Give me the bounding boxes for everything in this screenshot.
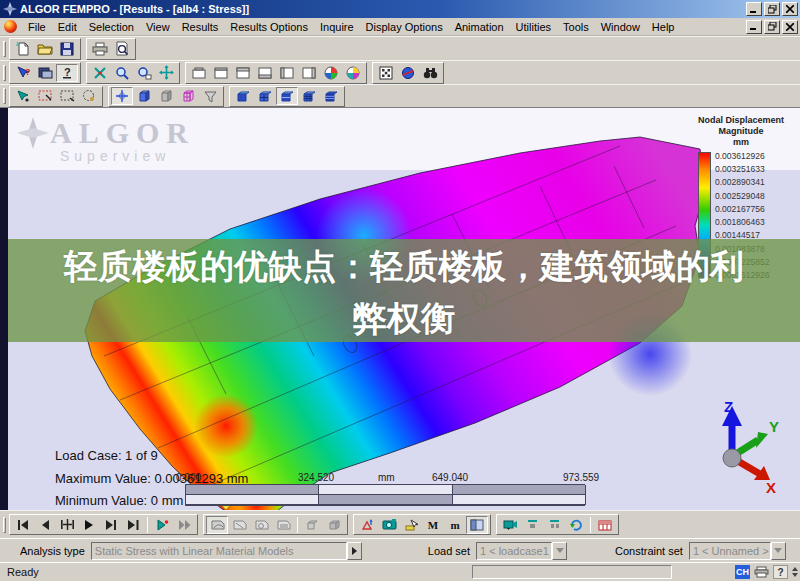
menu-utilities[interactable]: Utilities <box>510 19 557 35</box>
play-icon[interactable] <box>78 516 100 534</box>
select-rect-red-icon[interactable] <box>34 87 56 105</box>
toolbar-grip[interactable] <box>3 41 6 57</box>
constraint-set-label: Constraint set <box>615 545 683 557</box>
capture-tile-2-icon[interactable] <box>543 516 565 534</box>
close-button[interactable] <box>782 2 798 16</box>
report-table-icon[interactable] <box>594 516 616 534</box>
show-min-button[interactable]: m <box>444 516 466 534</box>
frame-cube-1-icon[interactable] <box>301 516 323 534</box>
display-shaded-edges-icon[interactable] <box>276 87 298 105</box>
iso-view-2-icon[interactable] <box>342 64 364 82</box>
help-status-icon[interactable]: ? <box>772 565 789 580</box>
menu-animation[interactable]: Animation <box>449 19 510 35</box>
toolbar-overflow-icon[interactable] <box>792 565 798 580</box>
menu-results[interactable]: Results <box>176 19 225 35</box>
constraint-set-combo[interactable]: 1 < Unnamed > <box>689 542 786 560</box>
cube-gray-icon[interactable] <box>155 87 177 105</box>
report-icon[interactable] <box>34 64 56 82</box>
filter-funnel-icon[interactable] <box>199 87 221 105</box>
display-solid-icon[interactable] <box>232 87 254 105</box>
view-back-icon[interactable] <box>210 64 232 82</box>
display-mesh-icon[interactable] <box>298 87 320 105</box>
minimize-button[interactable] <box>746 2 762 16</box>
open-folder-icon[interactable] <box>34 40 56 58</box>
menu-edit[interactable]: Edit <box>52 19 83 35</box>
step-forward-icon[interactable] <box>100 516 122 534</box>
svg-text:?: ? <box>64 66 71 78</box>
capture-tile-1-icon[interactable] <box>521 516 543 534</box>
view-right-icon[interactable] <box>298 64 320 82</box>
toolbar-grip[interactable] <box>3 65 6 81</box>
select-point-icon[interactable] <box>12 87 34 105</box>
menu-tools[interactable]: Tools <box>557 19 595 35</box>
go-to-frame-icon[interactable] <box>56 516 78 534</box>
toolbar-grip[interactable] <box>3 88 6 104</box>
view-front-icon[interactable] <box>188 64 210 82</box>
constraint-set-dropdown-button[interactable] <box>771 542 786 560</box>
menu-file[interactable]: File <box>22 19 52 35</box>
pattern-icon[interactable] <box>375 64 397 82</box>
jump-marker-icon[interactable] <box>151 516 173 534</box>
annotation-icon[interactable] <box>356 516 378 534</box>
menu-window[interactable]: Window <box>595 19 646 35</box>
menu-results-options[interactable]: Results Options <box>224 19 314 35</box>
cube-shaded-icon[interactable] <box>133 87 155 105</box>
binoculars-icon[interactable] <box>419 64 441 82</box>
delete-icon[interactable] <box>89 64 111 82</box>
analysis-type-expand-button[interactable] <box>347 542 362 560</box>
printer-status-icon[interactable] <box>753 565 770 580</box>
input-language-badge[interactable]: CH <box>734 565 751 580</box>
zoom-icon[interactable] <box>111 64 133 82</box>
menu-inquire[interactable]: Inquire <box>314 19 360 35</box>
select-circle-icon[interactable] <box>78 87 100 105</box>
print-preview-icon[interactable] <box>111 40 133 58</box>
mdi-restore-button[interactable] <box>764 20 780 34</box>
snapshot-2-icon[interactable] <box>228 516 250 534</box>
select-rect-icon[interactable] <box>56 87 78 105</box>
step-back-icon[interactable] <box>34 516 56 534</box>
menu-selection[interactable]: Selection <box>83 19 140 35</box>
zoom-window-icon[interactable] <box>133 64 155 82</box>
panel-icon[interactable] <box>466 516 488 534</box>
save-icon[interactable] <box>56 40 78 58</box>
show-max-button[interactable]: M <box>422 516 444 534</box>
go-first-icon[interactable] <box>12 516 34 534</box>
snapshot-1-icon[interactable] <box>206 516 228 534</box>
help-icon[interactable]: ? <box>56 64 78 82</box>
results-viewport[interactable]: ALGOR Superview Nodal Displacement Magni… <box>0 107 800 510</box>
snapshot-4-icon[interactable] <box>272 516 294 534</box>
view-bottom-icon[interactable] <box>254 64 276 82</box>
display-wire-icon[interactable] <box>320 87 342 105</box>
toolbar-grip[interactable] <box>3 517 6 533</box>
viewport-left-strip <box>0 108 8 510</box>
menu-help[interactable]: Help <box>646 19 681 35</box>
display-edges-icon[interactable] <box>254 87 276 105</box>
menu-display-options[interactable]: Display Options <box>360 19 449 35</box>
probe-cursor-icon[interactable] <box>400 516 422 534</box>
load-set-combo[interactable]: 1 < loadcase1 > <box>476 542 567 560</box>
render-globe-icon[interactable] <box>397 64 419 82</box>
load-set-dropdown-button[interactable] <box>552 542 567 560</box>
view-top-icon[interactable] <box>232 64 254 82</box>
new-file-icon[interactable] <box>12 40 34 58</box>
snapshot-3-icon[interactable] <box>250 516 272 534</box>
view-left-icon[interactable] <box>276 64 298 82</box>
go-last-icon[interactable] <box>122 516 144 534</box>
frame-cube-2-icon[interactable] <box>323 516 345 534</box>
mdi-minimize-button[interactable] <box>746 20 762 34</box>
pan-fit-icon[interactable] <box>155 64 177 82</box>
context-help-pointer-icon[interactable]: ? <box>12 64 34 82</box>
cube-mesh-icon[interactable] <box>177 87 199 105</box>
restore-button[interactable] <box>764 2 780 16</box>
iso-view-1-icon[interactable] <box>320 64 342 82</box>
mdi-close-button[interactable] <box>782 20 798 34</box>
analysis-type-combo[interactable]: Static Stress with Linear Material Model… <box>91 542 362 560</box>
status-panel <box>472 565 672 579</box>
center-marker-icon[interactable] <box>111 87 133 105</box>
camera-icon[interactable] <box>378 516 400 534</box>
capture-video-icon[interactable] <box>499 516 521 534</box>
refresh-icon[interactable] <box>565 516 587 534</box>
print-icon[interactable] <box>89 40 111 58</box>
fast-forward-icon[interactable] <box>173 516 195 534</box>
menu-view[interactable]: View <box>140 19 176 35</box>
